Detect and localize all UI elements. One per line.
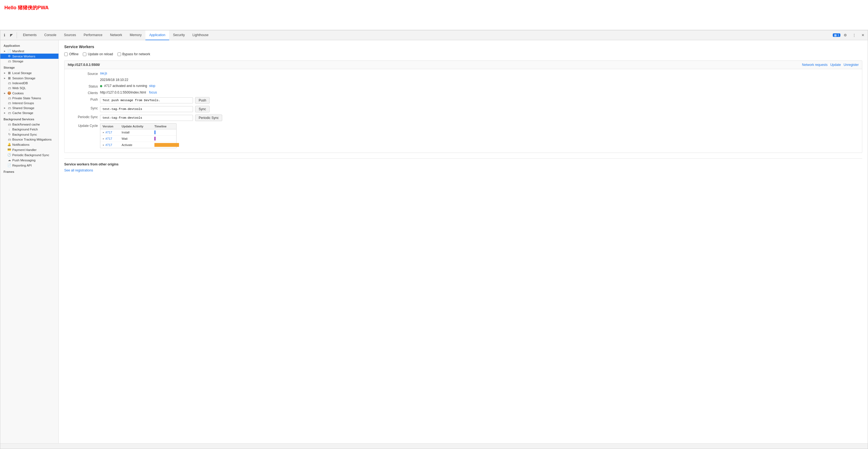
update-cycle-row-3: ► #717 Activate	[100, 142, 176, 148]
bypass-for-network-checkbox[interactable]	[118, 53, 121, 56]
received-row: 2023/8/18 18:10:22	[68, 78, 859, 82]
update-cycle-value: Version Update Activity Timeline ► #717	[100, 123, 859, 148]
network-requests-link[interactable]: Network requests	[802, 63, 828, 67]
storage-main-icon: 🗃	[7, 60, 11, 63]
sidebar-item-reporting-api[interactable]: 📄 Reporting API	[0, 163, 59, 168]
expand-arrow: ►	[102, 131, 105, 134]
tab-memory[interactable]: Memory	[126, 30, 145, 40]
sidebar-item-cache-storage[interactable]: ► 🗃 Cache Storage	[0, 111, 59, 115]
tab-elements[interactable]: Elements	[19, 30, 40, 40]
worker-block: http://127.0.0.1:5500/ Network requests …	[64, 60, 862, 153]
sidebar-item-bounce-tracking[interactable]: 🗃 Bounce Tracking Mitigations	[0, 137, 59, 142]
web-sql-icon: 🗃	[7, 86, 11, 90]
status-label: Status	[68, 84, 98, 88]
push-input[interactable]	[100, 97, 193, 103]
activity-activate: Activate	[122, 143, 154, 147]
expand-icon: ►	[4, 72, 6, 74]
inspect-icon[interactable]: ℹ	[1, 32, 7, 38]
periodic-sync-value: Periodic Sync	[100, 115, 859, 121]
source-link[interactable]: sw.js	[100, 71, 107, 75]
sidebar-item-push-messaging[interactable]: ☁ Push Messaging	[0, 157, 59, 163]
sidebar-item-manifest[interactable]: ► 📄 Manifest	[0, 49, 59, 54]
page-area: Hello 猪猪侠的PWA	[0, 0, 868, 30]
sidebar-item-local-storage[interactable]: ► ▦ Local Storage	[0, 70, 59, 76]
offline-checkbox-label[interactable]: Offline	[64, 52, 79, 56]
sidebar-item-service-workers[interactable]: ⚙ Service Workers	[0, 54, 59, 59]
tab-performance[interactable]: Performance	[80, 30, 106, 40]
sidebar-item-private-state-tokens[interactable]: 🗃 Private State Tokens	[0, 96, 59, 101]
sidebar-item-background-fetch[interactable]: ↓ Background Fetch	[0, 127, 59, 132]
expand-icon: ►	[4, 112, 6, 114]
sidebar-item-interest-groups[interactable]: 🗃 Interest Groups	[0, 101, 59, 106]
more-options-icon[interactable]: ⋮	[850, 31, 858, 39]
timeline-bar-orange	[154, 143, 179, 147]
version-717-install[interactable]: ► #717	[102, 131, 122, 134]
sidebar-label-cache-storage: Cache Storage	[12, 111, 33, 115]
device-icon[interactable]: ◤	[8, 32, 14, 38]
update-cycle-row-2: ► #717 Wait	[100, 136, 176, 142]
update-on-reload-label[interactable]: Update on reload	[83, 52, 113, 56]
manifest-icon: 📄	[7, 49, 11, 53]
tab-security[interactable]: Security	[169, 30, 189, 40]
stop-link[interactable]: stop	[149, 84, 155, 88]
tab-sources[interactable]: Sources	[60, 30, 80, 40]
sync-button[interactable]: Sync	[195, 106, 210, 112]
devtools-wrapper: ℹ ◤ Elements Console Sources Performance…	[0, 30, 868, 449]
clients-value: http://127.0.0.1:5500/index.html focus	[100, 91, 859, 94]
interest-groups-icon: 🗃	[7, 101, 11, 105]
sidebar-item-session-storage[interactable]: ► ▦ Session Storage	[0, 76, 59, 81]
private-state-tokens-icon: 🗃	[7, 96, 11, 100]
timeline-activate	[154, 143, 179, 147]
periodic-sync-input[interactable]	[100, 115, 193, 121]
focus-link[interactable]: focus	[149, 91, 157, 94]
tab-lighthouse[interactable]: Lighthouse	[189, 30, 212, 40]
sidebar-item-web-sql[interactable]: 🗃 Web SQL	[0, 86, 59, 91]
periodic-sync-button[interactable]: Periodic Sync	[195, 115, 222, 121]
notifications-icon: 🔔	[7, 143, 11, 146]
sidebar-item-back-forward-cache[interactable]: 🗃 Back/forward cache	[0, 122, 59, 127]
received-label	[68, 78, 98, 79]
sidebar-item-payment-handler[interactable]: 💳 Payment Handler	[0, 147, 59, 152]
sidebar-item-storage-main[interactable]: 🗃 Storage	[0, 59, 59, 64]
sidebar-section-application: Application	[0, 42, 59, 49]
update-link[interactable]: Update	[830, 63, 841, 67]
sidebar-item-shared-storage[interactable]: ► 🗃 Shared Storage	[0, 106, 59, 111]
close-icon[interactable]: ✕	[859, 31, 867, 39]
sidebar-label-background-fetch: Background Fetch	[12, 128, 38, 131]
update-on-reload-checkbox[interactable]	[83, 53, 86, 56]
tab-application[interactable]: Application	[145, 30, 169, 40]
sidebar-item-cookies[interactable]: ► 🍪 Cookies	[0, 91, 59, 96]
sidebar-item-notifications[interactable]: 🔔 Notifications	[0, 142, 59, 147]
version-717-wait[interactable]: ► #717	[102, 137, 122, 140]
other-origins-title: Service workers from other origins	[64, 162, 862, 166]
notification-badge[interactable]: ▩ 1	[833, 33, 840, 37]
offline-checkbox[interactable]	[64, 53, 68, 56]
main-title: Service Workers	[64, 44, 862, 49]
payment-handler-icon: 💳	[7, 148, 11, 151]
sidebar-label-notifications: Notifications	[12, 143, 30, 146]
other-origins-section: Service workers from other origins See a…	[64, 158, 862, 172]
settings-icon[interactable]: ⚙	[841, 31, 849, 39]
sidebar-item-indexeddb[interactable]: 🗃 IndexedDB	[0, 81, 59, 86]
sidebar-item-background-sync[interactable]: ↻ Background Sync	[0, 132, 59, 137]
push-row: Push Push	[68, 97, 859, 103]
timeline-bar-purple	[154, 137, 156, 141]
col-timeline: Timeline	[154, 125, 179, 128]
sidebar-label-bounce-tracking: Bounce Tracking Mitigations	[12, 138, 52, 141]
tab-console[interactable]: Console	[40, 30, 60, 40]
tab-network[interactable]: Network	[106, 30, 126, 40]
source-label: Source	[68, 71, 98, 76]
version-label-1: #717	[105, 131, 112, 134]
sync-input[interactable]	[100, 106, 193, 112]
version-label-2: #717	[105, 137, 112, 140]
cookies-icon: 🍪	[7, 91, 11, 95]
bypass-for-network-label[interactable]: Bypass for network	[118, 52, 150, 56]
unregister-link[interactable]: Unregister	[844, 63, 859, 67]
sidebar-section-storage: Storage	[0, 64, 59, 70]
source-value: sw.js	[100, 71, 859, 75]
sidebar-item-periodic-bg-sync[interactable]: 🕐 Periodic Background Sync	[0, 152, 59, 157]
bounce-tracking-icon: 🗃	[7, 138, 11, 141]
push-button[interactable]: Push	[195, 97, 210, 103]
see-all-registrations-link[interactable]: See all registrations	[64, 169, 93, 172]
version-717-activate[interactable]: ► #717	[102, 143, 122, 147]
